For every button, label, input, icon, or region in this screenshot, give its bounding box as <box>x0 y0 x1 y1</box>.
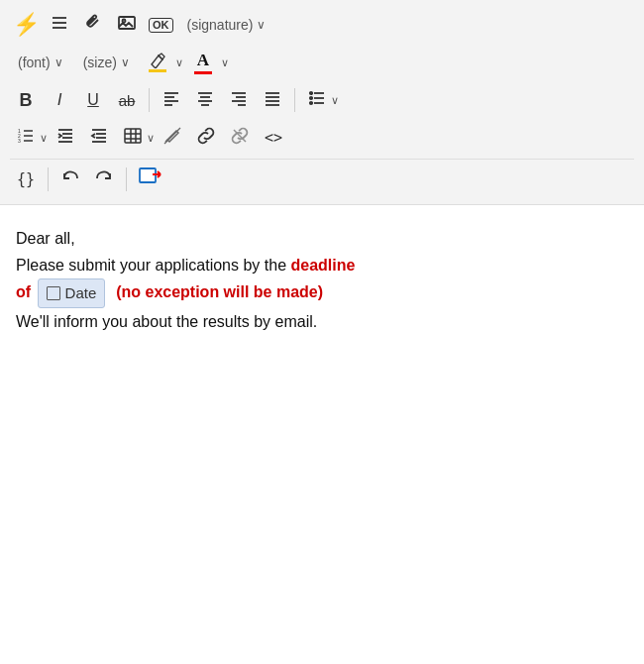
greeting-paragraph: Dear all, <box>16 225 628 252</box>
font-color-icon: A <box>194 51 212 74</box>
indent-more-icon <box>55 126 75 150</box>
numbered-list-icon: 1 2 3 <box>16 126 36 150</box>
redo-icon <box>94 167 114 191</box>
svg-point-25 <box>310 92 312 94</box>
size-label: (size) <box>83 55 117 70</box>
body-paragraph: Please submit your applications by the d… <box>16 252 628 308</box>
justify-icon <box>263 88 282 112</box>
lines-icon <box>50 13 69 37</box>
svg-line-48 <box>234 130 246 142</box>
svg-point-26 <box>310 97 312 99</box>
align-right-icon <box>229 88 249 112</box>
indent-more-button[interactable] <box>50 122 81 154</box>
numbered-list-button[interactable]: 1 2 3 <box>10 122 42 154</box>
svg-text:3: 3 <box>18 138 21 144</box>
lines-button[interactable] <box>44 9 75 41</box>
indent-less-icon <box>89 126 109 150</box>
font-label: (font) <box>18 55 51 70</box>
list-button[interactable] <box>301 84 333 116</box>
bold-icon: B <box>20 90 33 111</box>
signature-dropdown[interactable]: (signature) ∨ <box>179 13 274 37</box>
undo-button[interactable] <box>54 164 86 195</box>
svg-point-27 <box>310 102 312 104</box>
toolbar-row-3: B I U ab <box>10 81 634 119</box>
font-chevron-icon: ∨ <box>54 55 63 69</box>
link-button[interactable] <box>190 122 222 154</box>
ok-box-button[interactable]: OK <box>145 9 177 41</box>
separator-3 <box>48 167 49 191</box>
strikethrough-icon: ab <box>119 92 136 109</box>
align-center-button[interactable] <box>189 84 221 116</box>
deadline-text: deadline <box>290 257 355 274</box>
toolbar-row-2: (font) ∨ (size) ∨ ∨ A ∨ <box>10 44 634 81</box>
redo-button[interactable] <box>88 164 120 195</box>
greeting-text: Dear all, <box>16 230 75 247</box>
italic-button[interactable]: I <box>44 84 75 116</box>
date-chip-label: Date <box>65 280 97 306</box>
font-color-chevron-icon: ∨ <box>221 56 229 69</box>
font-color-button[interactable]: A <box>187 47 219 78</box>
link-icon <box>196 126 216 150</box>
image-button[interactable] <box>111 9 143 41</box>
undo-icon <box>60 167 80 191</box>
deadline-of-text: of <box>16 283 31 300</box>
closing-text: We'll inform you about the results by em… <box>16 313 317 330</box>
special-insert-button[interactable] <box>133 164 168 195</box>
separator-4 <box>126 167 127 191</box>
unlink-button[interactable] <box>224 122 256 154</box>
image-icon <box>117 13 137 37</box>
underline-icon: U <box>87 91 99 109</box>
no-fill-button[interactable] <box>157 122 188 154</box>
strikethrough-button[interactable]: ab <box>111 84 143 116</box>
lightning-button[interactable]: ⚡ <box>10 9 42 41</box>
size-chevron-icon: ∨ <box>121 55 130 69</box>
lightning-icon: ⚡ <box>13 12 40 38</box>
svg-rect-42 <box>125 129 141 143</box>
size-dropdown[interactable]: (size) ∨ <box>75 51 138 74</box>
table-chevron-icon: ∨ <box>147 132 155 145</box>
separator-1 <box>149 88 150 112</box>
toolbar-row-1: ⚡ <box>10 6 634 44</box>
code-icon: <> <box>265 129 282 147</box>
justify-button[interactable] <box>257 84 288 116</box>
align-left-icon <box>161 88 181 112</box>
table-button[interactable] <box>117 122 149 154</box>
toolbar-row-4: 1 2 3 ∨ <box>10 119 634 157</box>
date-chip[interactable]: Date <box>38 278 106 308</box>
closing-paragraph: We'll inform you about the results by em… <box>16 308 628 335</box>
highlight-chevron-icon: ∨ <box>175 56 183 69</box>
separator-2 <box>294 88 295 112</box>
email-body: Dear all, Please submit your application… <box>0 205 644 355</box>
highlight-button[interactable] <box>142 47 173 78</box>
align-right-button[interactable] <box>223 84 255 116</box>
signature-label: (signature) <box>187 17 254 33</box>
underline-button[interactable]: U <box>77 84 109 116</box>
no-exception-text: (no exception will be made) <box>112 283 323 300</box>
font-dropdown[interactable]: (font) ∨ <box>10 51 71 74</box>
list-icon <box>307 88 327 112</box>
signature-chevron-icon: ∨ <box>257 18 266 32</box>
indent-less-button[interactable] <box>83 122 115 154</box>
align-center-icon <box>195 88 215 112</box>
calendar-icon <box>47 286 60 300</box>
code-button[interactable]: <> <box>258 122 289 154</box>
paperclip-button[interactable] <box>77 9 109 41</box>
paint-off-icon <box>162 126 182 150</box>
braces-button[interactable]: {} <box>10 164 42 195</box>
paperclip-icon <box>83 13 103 37</box>
table-icon <box>123 126 143 150</box>
ok-box-icon: OK <box>149 18 173 33</box>
numbered-list-chevron-icon: ∨ <box>40 132 48 145</box>
braces-icon: {} <box>17 170 35 188</box>
toolbar-row-5: {} <box>10 159 634 198</box>
italic-icon: I <box>57 90 62 110</box>
bold-button[interactable]: B <box>10 84 42 116</box>
list-chevron-icon: ∨ <box>331 94 339 107</box>
special-insert-icon <box>139 166 162 192</box>
toolbar: ⚡ <box>0 0 644 205</box>
unlink-icon <box>230 126 250 150</box>
highlight-icon <box>149 53 166 72</box>
svg-line-5 <box>152 64 156 68</box>
align-left-button[interactable] <box>156 84 187 116</box>
body-before-text: Please submit your applications by the <box>16 257 290 274</box>
